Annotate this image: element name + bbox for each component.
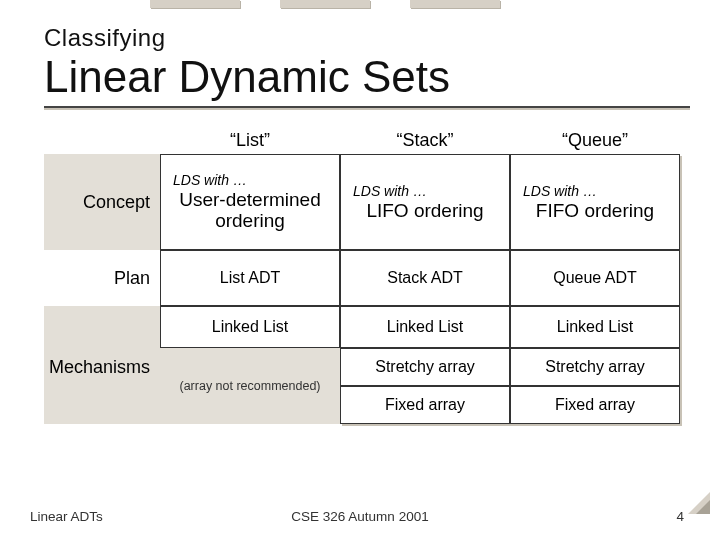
spacer	[44, 306, 160, 348]
row-label-concept: Concept	[44, 154, 160, 250]
mech-stack-fixed: Fixed array	[340, 386, 510, 424]
cell-inner: LDS with … User-determined ordering	[167, 157, 333, 247]
concept-stack-text: LIFO ordering	[366, 201, 483, 222]
kicker: Classifying	[44, 24, 690, 52]
lds-prefix: LDS with …	[167, 172, 247, 188]
footer-page-number: 4	[676, 509, 684, 524]
col-header-queue: “Queue”	[510, 126, 680, 154]
footer-left: Linear ADTs	[30, 509, 103, 524]
cell-inner: LDS with … FIFO ordering	[517, 157, 673, 247]
concept-list-text: User-determined ordering	[167, 190, 333, 232]
concept-list: LDS with … User-determined ordering	[160, 154, 340, 250]
mech-stack-stretchy: Stretchy array	[340, 348, 510, 386]
plan-stack: Stack ADT	[340, 250, 510, 306]
page-title: Linear Dynamic Sets	[44, 54, 690, 100]
cell-inner: LDS with … LIFO ordering	[347, 157, 503, 247]
tab-decor	[150, 0, 240, 8]
mech-queue-fixed: Fixed array	[510, 386, 680, 424]
mech-queue-linked: Linked List	[510, 306, 680, 348]
row-label-plan: Plan	[44, 250, 160, 306]
lds-prefix: LDS with …	[517, 183, 597, 199]
mech-queue-stretchy: Stretchy array	[510, 348, 680, 386]
footer: Linear ADTs CSE 326 Autumn 2001 4	[0, 509, 720, 524]
spacer	[44, 386, 160, 424]
heading: Classifying Linear Dynamic Sets	[44, 24, 690, 100]
concept-stack: LDS with … LIFO ordering	[340, 154, 510, 250]
concept-queue: LDS with … FIFO ordering	[510, 154, 680, 250]
mech-list-note: (array not recommended)	[179, 379, 320, 393]
tab-decor	[280, 0, 370, 8]
col-header-list: “List”	[160, 126, 340, 154]
tab-decor	[410, 0, 500, 8]
lds-prefix: LDS with …	[347, 183, 427, 199]
mech-stack-linked: Linked List	[340, 306, 510, 348]
col-header-stack: “Stack”	[340, 126, 510, 154]
spacer	[44, 126, 160, 154]
footer-center: CSE 326 Autumn 2001	[0, 509, 720, 524]
slide: Classifying Linear Dynamic Sets “List” “…	[0, 0, 720, 540]
plan-list: List ADT	[160, 250, 340, 306]
concept-queue-text: FIFO ordering	[536, 201, 654, 222]
heading-rule	[44, 106, 690, 108]
row-label-mechanisms: Mechanisms	[44, 348, 160, 386]
plan-queue: Queue ADT	[510, 250, 680, 306]
mech-list-linked: Linked List	[160, 306, 340, 348]
page-curl-icon	[688, 492, 710, 514]
mech-list-note-cell: (array not recommended)	[160, 348, 340, 424]
decorative-tabs	[150, 0, 500, 8]
comparison-table: “List” “Stack” “Queue” Concept LDS with …	[44, 126, 690, 462]
